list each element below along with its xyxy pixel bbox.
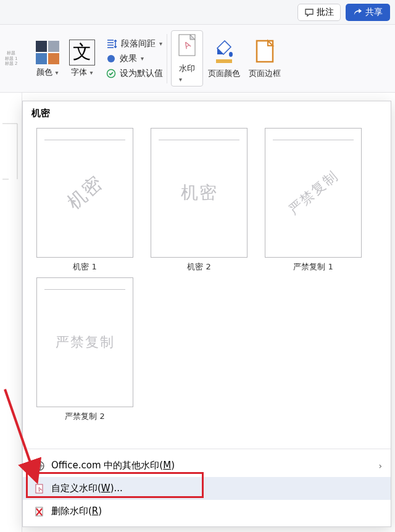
chevron-down-icon: ▾ — [179, 76, 182, 83]
menu-label: Office.com 中的其他水印(M) — [51, 460, 175, 471]
font-group[interactable]: 文 字体 ▾ — [65, 37, 99, 80]
svg-point-8 — [229, 52, 233, 57]
watermark-dropdown: 机密 机密 机密 1 机密 机密 2 严禁复制 严禁复制 1 严禁复制 严禁复制… — [22, 101, 391, 527]
color-swatch-icon — [35, 40, 60, 65]
thumb-label: 机密 1 — [73, 261, 96, 272]
comments-label: 批注 — [317, 7, 334, 18]
svg-point-4 — [107, 55, 115, 62]
remove-watermark-icon — [34, 506, 45, 517]
document-left-margin — [0, 93, 22, 532]
paragraph-spacing-item[interactable]: 段落间距 ▾ — [106, 38, 163, 49]
checkmark-circle-icon — [106, 69, 116, 78]
globe-icon — [34, 460, 45, 471]
title-bar: 批注 共享 — [0, 0, 395, 25]
page-border-icon — [253, 38, 276, 67]
page-border-button[interactable]: 页面边框 — [245, 36, 285, 82]
watermark-thumb-confidential-1[interactable]: 机密 机密 1 — [36, 128, 133, 272]
chevron-down-icon: ▾ — [56, 69, 59, 76]
svg-rect-0 — [36, 41, 47, 52]
svg-rect-2 — [36, 53, 47, 64]
set-default-item[interactable]: 设为默认值 — [106, 68, 163, 79]
thumb-label: 机密 2 — [187, 261, 210, 272]
dropdown-footer-menu: Office.com 中的其他水印(M) › A 自定义水印(W)... 删除水… — [23, 453, 391, 526]
watermark-gallery: 机密 机密 1 机密 机密 2 严禁复制 严禁复制 1 严禁复制 严禁复制 2 — [23, 123, 391, 445]
share-icon — [353, 7, 362, 17]
ribbon: 标题标题 1标题 2 颜色 ▾ 文 字体 ▾ 段落间距 ▾ 效果 ▾ 设为默认值 — [0, 25, 395, 93]
thumb-label: 严禁复制 1 — [293, 261, 333, 272]
font-preview-icon: 文 — [69, 40, 95, 65]
share-label: 共享 — [365, 7, 383, 18]
custom-watermark-icon: A — [34, 483, 45, 494]
watermark-icon: A — [175, 33, 199, 62]
thumb-label: 严禁复制 2 — [65, 411, 104, 422]
custom-watermark-item[interactable]: A 自定义水印(W)... — [23, 477, 391, 500]
chevron-down-icon: ▾ — [159, 40, 162, 47]
comment-icon — [304, 7, 314, 17]
separator — [23, 449, 391, 449]
gallery-section-header: 机密 — [23, 101, 391, 123]
chevron-right-icon: › — [378, 461, 382, 471]
share-button[interactable]: 共享 — [346, 4, 390, 21]
office-more-watermarks-item[interactable]: Office.com 中的其他水印(M) › — [23, 454, 391, 477]
chevron-down-icon: ▾ — [141, 55, 144, 62]
separator — [167, 34, 167, 83]
remove-watermark-item[interactable]: 删除水印(R) — [23, 500, 391, 523]
styles-preview[interactable]: 标题标题 1标题 2 — [0, 25, 22, 93]
svg-rect-9 — [216, 59, 232, 63]
watermark-thumb-nocopy-2[interactable]: 严禁复制 严禁复制 2 — [36, 277, 133, 422]
menu-label: 删除水印(R) — [51, 505, 102, 517]
menu-label: 自定义水印(W)... — [51, 483, 123, 494]
spacing-icon — [106, 38, 117, 49]
effects-icon — [106, 54, 116, 64]
watermark-thumb-confidential-2[interactable]: 机密 机密 2 — [151, 128, 247, 272]
page-color-icon — [212, 38, 236, 67]
page-color-button[interactable]: 页面颜色 — [204, 36, 244, 82]
watermark-button[interactable]: A 水印▾ — [171, 30, 203, 87]
comments-button[interactable]: 批注 — [297, 4, 341, 21]
svg-rect-3 — [48, 53, 59, 64]
chevron-down-icon: ▾ — [90, 69, 93, 76]
svg-rect-1 — [48, 41, 59, 52]
color-group[interactable]: 颜色 ▾ — [31, 37, 64, 80]
effects-item[interactable]: 效果 ▾ — [106, 53, 163, 64]
watermark-thumb-nocopy-1[interactable]: 严禁复制 严禁复制 1 — [265, 128, 362, 272]
paragraph-options: 段落间距 ▾ 效果 ▾ 设为默认值 — [106, 38, 163, 79]
